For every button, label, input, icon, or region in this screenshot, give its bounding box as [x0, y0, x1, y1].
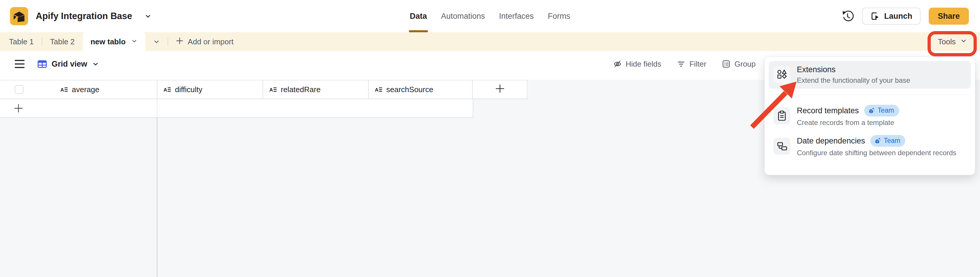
table-tab-1[interactable]: Table 1 — [1, 32, 41, 51]
single-line-text-icon: A — [269, 86, 277, 94]
select-all-checkbox[interactable] — [15, 85, 24, 94]
add-field-button[interactable] — [473, 80, 528, 99]
chevron-down-icon — [145, 13, 151, 20]
view-name: Grid view — [52, 59, 88, 69]
table-tab-2[interactable]: Table 2 — [42, 32, 83, 51]
date-dependencies-icon — [773, 138, 791, 155]
menu-separator — [770, 94, 969, 95]
apify-logo-icon — [10, 7, 28, 25]
launch-button[interactable]: Launch — [862, 8, 921, 25]
add-or-import-button[interactable]: Add or import — [168, 32, 241, 51]
single-line-text-icon: A — [163, 86, 171, 94]
team-plan-badge: Team — [864, 105, 899, 117]
view-sidebar-toggle-icon[interactable] — [15, 60, 25, 68]
tab-data[interactable]: Data — [410, 0, 427, 32]
active-tab-underline — [409, 30, 428, 32]
base-title: Apify Integration Base — [36, 11, 132, 21]
column-header-difficulty[interactable]: A difficulty — [158, 80, 263, 99]
svg-text:A: A — [269, 87, 273, 93]
filter-button[interactable]: Filter — [677, 59, 706, 69]
menu-item-record-templates[interactable]: Record templates Team — [769, 101, 971, 131]
column-header-average[interactable]: A average — [0, 80, 158, 99]
table-tab-active[interactable]: new tablo — [83, 32, 145, 51]
add-record-row[interactable] — [0, 99, 473, 118]
base-switcher[interactable]: Apify Integration Base — [10, 7, 151, 25]
column-header-relatedRare[interactable]: A relatedRare — [263, 80, 369, 99]
chevron-down-icon — [131, 37, 137, 46]
svg-text:A: A — [164, 87, 167, 93]
top-navigation: Data Automations Interfaces Forms — [410, 0, 570, 32]
group-button[interactable]: Group — [722, 59, 756, 69]
chevron-down-icon — [960, 37, 967, 46]
column-header-row: A average A difficulty A — [0, 80, 528, 99]
history-icon[interactable] — [840, 10, 854, 23]
tab-forms[interactable]: Forms — [548, 0, 570, 32]
clipboard-icon — [773, 107, 791, 125]
filter-icon — [677, 60, 685, 68]
view-switcher[interactable]: Grid view — [38, 59, 99, 69]
plus-icon — [13, 103, 24, 114]
hide-fields-button[interactable]: Hide fields — [613, 59, 661, 69]
airtable-base-screen: { "topbar": { "base_name": "Apify Integr… — [0, 0, 980, 277]
table-tab-strip: Table 1 Table 2 new tablo Add or import … — [0, 32, 980, 51]
share-button[interactable]: Share — [929, 8, 969, 25]
plus-icon — [495, 83, 505, 96]
group-icon — [722, 60, 730, 68]
tab-list-chevron-icon[interactable] — [145, 32, 168, 51]
chevron-down-icon — [92, 61, 99, 67]
single-line-text-icon: A — [374, 86, 382, 94]
menu-item-extensions[interactable]: Extensions Extend the functionality of y… — [769, 61, 971, 89]
menu-item-date-dependencies[interactable]: Date dependencies Team — [769, 131, 971, 161]
team-cube-sparkle-icon — [868, 107, 875, 114]
single-line-text-icon: A — [60, 86, 68, 94]
tools-button[interactable]: Tools — [938, 32, 967, 51]
extensions-icon — [773, 66, 791, 83]
tools-dropdown-menu: Extensions Extend the functionality of y… — [764, 57, 975, 175]
primary-column-divider — [157, 118, 158, 277]
svg-text:A: A — [375, 87, 379, 93]
grid-view-icon — [38, 60, 47, 68]
svg-text:A: A — [60, 87, 64, 93]
eye-slash-icon — [613, 60, 622, 68]
top-bar: Apify Integration Base Data Automations … — [0, 0, 980, 32]
launch-icon — [870, 11, 880, 21]
team-cube-sparkle-icon — [874, 137, 881, 144]
plus-icon — [176, 37, 183, 46]
topbar-actions: Launch Share — [840, 8, 969, 25]
column-header-searchSource[interactable]: A searchSource — [369, 80, 473, 99]
tab-automations[interactable]: Automations — [441, 0, 485, 32]
tab-interfaces[interactable]: Interfaces — [499, 0, 534, 32]
column-divider — [157, 99, 158, 117]
team-plan-badge: Team — [870, 135, 905, 147]
